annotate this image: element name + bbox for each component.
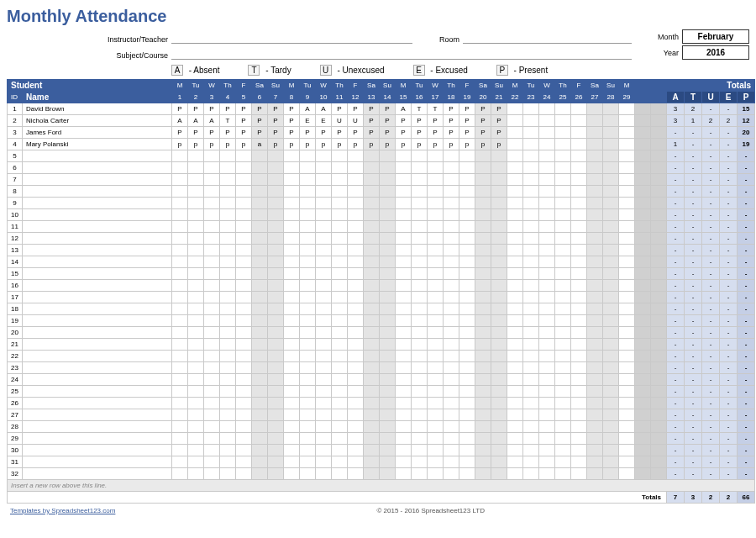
attendance-cell[interactable] [300, 315, 316, 327]
attendance-cell[interactable] [300, 386, 316, 398]
attendance-cell[interactable] [396, 186, 412, 198]
attendance-cell[interactable]: P [220, 127, 236, 139]
attendance-cell[interactable] [523, 398, 539, 409]
attendance-cell[interactable] [188, 398, 204, 409]
attendance-cell[interactable] [204, 268, 220, 280]
attendance-cell[interactable] [316, 209, 332, 221]
attendance-cell[interactable] [491, 468, 507, 480]
attendance-cell[interactable] [380, 303, 396, 315]
attendance-cell[interactable] [603, 445, 619, 456]
attendance-cell[interactable] [204, 174, 220, 186]
attendance-cell[interactable] [380, 174, 396, 186]
attendance-cell[interactable] [396, 268, 412, 280]
attendance-cell[interactable] [619, 433, 635, 445]
attendance-cell[interactable] [172, 362, 188, 374]
attendance-cell[interactable]: A [188, 115, 204, 127]
attendance-cell[interactable] [364, 374, 380, 386]
attendance-cell[interactable] [380, 421, 396, 433]
attendance-cell[interactable] [491, 339, 507, 351]
attendance-cell[interactable] [444, 433, 459, 445]
attendance-cell[interactable] [555, 139, 571, 150]
attendance-cell[interactable]: P [444, 103, 459, 115]
attendance-cell[interactable] [571, 245, 587, 256]
attendance-cell[interactable] [619, 421, 635, 433]
attendance-cell[interactable] [380, 186, 396, 198]
attendance-cell[interactable] [459, 468, 475, 480]
attendance-cell[interactable] [444, 445, 459, 456]
attendance-cell[interactable] [172, 339, 188, 351]
student-name[interactable]: David Brown [23, 103, 172, 115]
attendance-cell[interactable] [236, 327, 252, 339]
attendance-cell[interactable] [300, 292, 316, 303]
attendance-cell[interactable]: P [236, 103, 252, 115]
attendance-cell[interactable] [555, 327, 571, 339]
attendance-cell[interactable]: p [380, 139, 396, 150]
attendance-cell[interactable] [348, 186, 364, 198]
attendance-cell[interactable] [507, 209, 523, 221]
attendance-cell[interactable] [284, 315, 300, 327]
attendance-cell[interactable] [555, 127, 571, 139]
attendance-cell[interactable] [204, 233, 220, 245]
attendance-cell[interactable] [507, 303, 523, 315]
attendance-cell[interactable] [459, 362, 475, 374]
attendance-cell[interactable] [332, 351, 348, 362]
attendance-cell[interactable] [444, 268, 459, 280]
attendance-cell[interactable] [380, 398, 396, 409]
attendance-cell[interactable] [284, 339, 300, 351]
attendance-cell[interactable] [475, 186, 491, 198]
attendance-cell[interactable] [523, 292, 539, 303]
attendance-cell[interactable] [412, 351, 428, 362]
attendance-cell[interactable] [300, 268, 316, 280]
attendance-cell[interactable] [316, 150, 332, 162]
attendance-cell[interactable] [396, 374, 412, 386]
attendance-cell[interactable] [204, 186, 220, 198]
attendance-cell[interactable] [475, 233, 491, 245]
attendance-cell[interactable] [619, 162, 635, 174]
attendance-cell[interactable] [204, 280, 220, 292]
attendance-cell[interactable] [236, 445, 252, 456]
attendance-cell[interactable] [188, 174, 204, 186]
attendance-cell[interactable] [555, 292, 571, 303]
attendance-cell[interactable] [236, 351, 252, 362]
attendance-cell[interactable] [348, 162, 364, 174]
attendance-cell[interactable]: P [491, 115, 507, 127]
attendance-cell[interactable] [364, 292, 380, 303]
attendance-cell[interactable] [268, 186, 284, 198]
attendance-cell[interactable] [332, 362, 348, 374]
attendance-cell[interactable] [603, 339, 619, 351]
attendance-cell[interactable] [571, 362, 587, 374]
attendance-cell[interactable] [539, 150, 555, 162]
attendance-cell[interactable] [236, 374, 252, 386]
attendance-cell[interactable] [268, 374, 284, 386]
attendance-cell[interactable] [348, 303, 364, 315]
attendance-cell[interactable] [619, 186, 635, 198]
attendance-cell[interactable] [475, 433, 491, 445]
attendance-cell[interactable] [204, 292, 220, 303]
attendance-cell[interactable] [172, 174, 188, 186]
attendance-cell[interactable]: P [188, 103, 204, 115]
attendance-cell[interactable] [220, 327, 236, 339]
attendance-cell[interactable] [364, 351, 380, 362]
attendance-cell[interactable] [412, 245, 428, 256]
attendance-cell[interactable] [268, 280, 284, 292]
attendance-cell[interactable] [507, 445, 523, 456]
attendance-cell[interactable] [587, 292, 603, 303]
attendance-cell[interactable] [523, 115, 539, 127]
attendance-cell[interactable] [587, 339, 603, 351]
attendance-cell[interactable] [491, 162, 507, 174]
attendance-cell[interactable] [380, 280, 396, 292]
attendance-cell[interactable] [220, 280, 236, 292]
attendance-cell[interactable]: p [268, 139, 284, 150]
attendance-cell[interactable] [252, 233, 268, 245]
attendance-cell[interactable] [380, 292, 396, 303]
attendance-cell[interactable] [364, 362, 380, 374]
attendance-cell[interactable] [412, 445, 428, 456]
attendance-cell[interactable] [284, 245, 300, 256]
attendance-cell[interactable] [587, 127, 603, 139]
attendance-cell[interactable] [444, 233, 459, 245]
attendance-cell[interactable]: p [316, 139, 332, 150]
attendance-cell[interactable] [364, 445, 380, 456]
attendance-cell[interactable] [332, 409, 348, 421]
attendance-cell[interactable] [348, 339, 364, 351]
attendance-cell[interactable] [619, 398, 635, 409]
